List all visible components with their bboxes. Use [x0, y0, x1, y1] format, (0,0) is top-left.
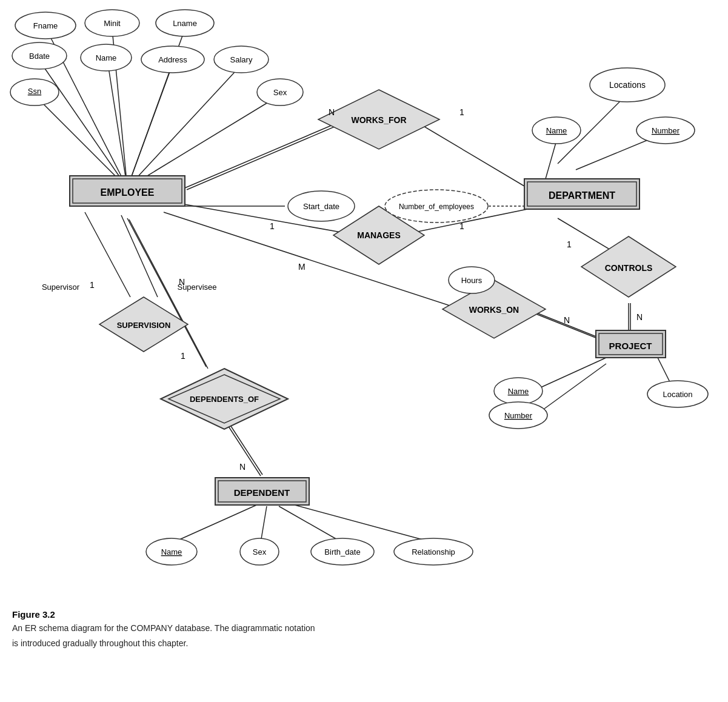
svg-line-38 [288, 503, 433, 543]
supervision-label: SUPERVISION [117, 321, 171, 330]
manages-1-emp: 1 [270, 221, 275, 231]
project-label: PROJECT [609, 341, 652, 351]
controls-label: CONTROLS [605, 263, 653, 273]
lname-attr: Lname [173, 19, 197, 28]
dependents-of-n: N [239, 462, 245, 472]
caption-line1: An ER schema diagram for the COMPANY dat… [12, 622, 315, 635]
dep-name-attr: Name [161, 547, 182, 557]
svg-line-28 [529, 311, 597, 338]
svg-line-37 [279, 506, 342, 543]
hours-attr: Hours [461, 276, 483, 285]
department-label: DEPARTMENT [549, 190, 615, 201]
proj-number-attr: Number [504, 411, 533, 420]
svg-line-30 [121, 215, 158, 297]
svg-line-10 [187, 121, 347, 190]
supervision-1: 1 [90, 280, 95, 290]
supervision-n: N [179, 277, 185, 287]
emp-sex-attr: Sex [273, 88, 287, 97]
address-attr: Address [158, 55, 187, 64]
fname-attr: Fname [33, 21, 58, 30]
svg-line-7 [35, 96, 127, 188]
figure-title: Figure 3.2 [12, 609, 315, 620]
dependents-of-1: 1 [181, 351, 185, 361]
svg-line-23 [539, 358, 606, 388]
svg-line-5 [127, 64, 173, 188]
supervisor-label: Supervisor [42, 282, 80, 292]
manages-label: MANAGES [357, 230, 401, 240]
employee-label: EMPLOYEE [101, 187, 155, 198]
birth-date-attr: Birth_date [324, 547, 360, 557]
dependent-label: DEPENDENT [234, 487, 290, 498]
locations-attr: Locations [609, 80, 646, 90]
ssn-attr: Ssn [28, 87, 41, 96]
salary-attr: Salary [230, 55, 253, 64]
works-on-label: WORKS_ON [469, 305, 519, 315]
controls-1: 1 [567, 239, 572, 249]
figure-caption: Figure 3.2 An ER schema diagram for the … [12, 609, 315, 650]
proj-name-attr: Name [508, 387, 529, 396]
svg-line-36 [261, 506, 267, 543]
relationship-attr: Relationship [412, 547, 455, 557]
emp-name-attr: Name [96, 53, 117, 62]
svg-line-11 [412, 119, 527, 188]
caption-line2: is introduced gradually throughout this … [12, 637, 315, 650]
svg-line-24 [539, 364, 606, 412]
svg-line-6 [127, 64, 242, 188]
works-on-m: M [298, 262, 306, 272]
svg-line-3 [39, 61, 127, 188]
works-on-n: N [564, 315, 570, 325]
works-for-n: N [329, 107, 335, 117]
works-for-1: 1 [459, 107, 464, 117]
dependents-of-label: DEPENDENTS_OF [190, 395, 259, 404]
num-employees-attr: Number_of_employees [399, 202, 474, 211]
dep-sex-attr: Sex [253, 547, 267, 557]
dept-number-attr: Number [652, 126, 680, 135]
controls-n: N [636, 312, 643, 322]
works-for-label: WORKS_FOR [352, 115, 407, 125]
svg-line-35 [173, 503, 261, 543]
dept-name-attr: Name [546, 126, 567, 135]
start-date-attr: Start_date [303, 202, 339, 211]
minit-attr: Minit [104, 19, 121, 28]
svg-line-8 [127, 96, 279, 188]
bdate-attr: Bdate [29, 52, 50, 61]
location-attr: Location [663, 390, 692, 399]
svg-line-9 [185, 119, 346, 188]
manages-1-dept: 1 [459, 221, 464, 231]
